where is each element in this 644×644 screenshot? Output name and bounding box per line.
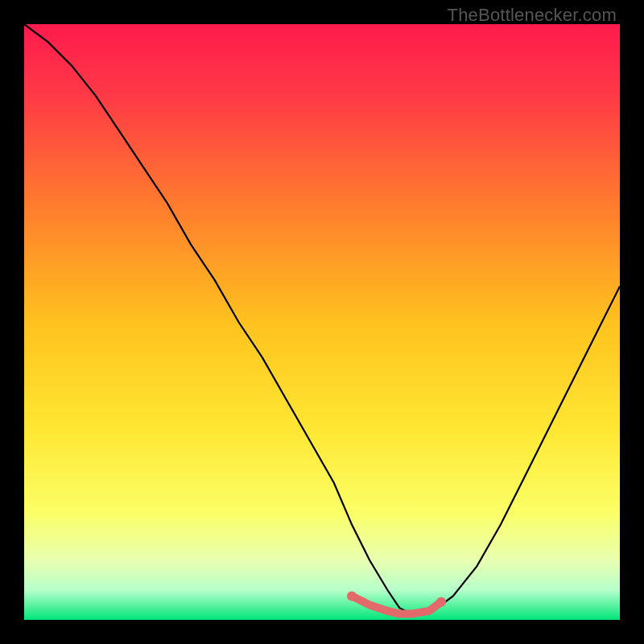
optimal-region-end-dot xyxy=(436,597,446,607)
chart-frame xyxy=(24,24,620,620)
optimal-region-start-dot xyxy=(347,591,357,601)
gradient-background xyxy=(24,24,620,620)
watermark-text: TheBottleneсker.com xyxy=(448,5,617,26)
bottleneck-chart xyxy=(24,24,620,620)
